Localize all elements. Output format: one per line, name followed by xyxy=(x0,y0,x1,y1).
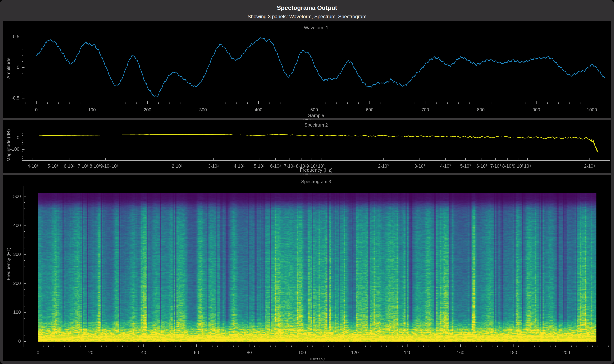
waveform-title: Waveform 1 xyxy=(304,25,328,30)
splitter-handle-icon xyxy=(304,119,310,120)
waveform-x-axis-label: Sample xyxy=(308,113,324,118)
splitter-handle-icon xyxy=(304,174,310,175)
spectrum-title: Spectrum 2 xyxy=(305,122,328,128)
spectrum-plot-canvas[interactable] xyxy=(3,120,611,173)
app-title: Spectograma Output xyxy=(0,4,614,11)
spectrogram-y-axis-label: Frequency (Hz) xyxy=(6,247,12,280)
spectrum-panel: Spectrum 2 Frequency (Hz) Magnitude (dB) xyxy=(3,120,611,173)
header: Spectograma Output Showing 3 panels: Wav… xyxy=(0,0,614,21)
panel-splitter-2[interactable] xyxy=(3,173,611,175)
app-subtitle: Showing 3 panels: Waveform, Spectrum, Sp… xyxy=(0,14,614,20)
app-window: Spectograma Output Showing 3 panels: Wav… xyxy=(0,0,614,364)
panel-splitter-1[interactable] xyxy=(3,118,611,120)
spectrum-x-axis-label: Frequency (Hz) xyxy=(300,167,333,173)
waveform-panel: Waveform 1 Sample Amplitude xyxy=(3,21,611,118)
spectrogram-title: Spectrogram 3 xyxy=(301,179,331,184)
spectrogram-panel: Spectrogram 3 Time (s) Frequency (Hz) xyxy=(3,175,611,361)
waveform-plot-canvas[interactable] xyxy=(3,21,611,118)
waveform-y-axis-label: Amplitude xyxy=(6,58,12,79)
spectrogram-plot-canvas[interactable] xyxy=(3,175,611,361)
spectrum-y-axis-label: Magnitude (dB) xyxy=(6,129,12,162)
spectrogram-x-axis-label: Time (s) xyxy=(307,356,325,362)
